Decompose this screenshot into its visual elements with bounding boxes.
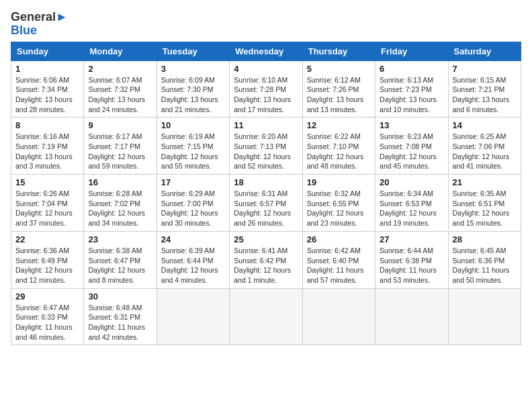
day-number: 23 <box>88 234 152 244</box>
day-info: Sunrise: 6:07 AM Sunset: 7:32 PM Dayligh… <box>88 75 152 115</box>
calendar-cell: 20Sunrise: 6:34 AM Sunset: 6:53 PM Dayli… <box>375 175 448 232</box>
day-number: 8 <box>15 120 79 130</box>
day-info: Sunrise: 6:48 AM Sunset: 6:31 PM Dayligh… <box>88 303 152 342</box>
day-info: Sunrise: 6:35 AM Sunset: 6:51 PM Dayligh… <box>453 189 517 228</box>
day-info: Sunrise: 6:45 AM Sunset: 6:36 PM Dayligh… <box>453 246 517 285</box>
day-number: 20 <box>380 177 443 187</box>
day-number: 18 <box>234 177 298 187</box>
day-number: 27 <box>380 234 443 244</box>
calendar-cell: 9Sunrise: 6:17 AM Sunset: 7:17 PM Daylig… <box>84 118 157 175</box>
header-day-monday: Monday <box>84 42 157 60</box>
day-info: Sunrise: 6:34 AM Sunset: 6:53 PM Dayligh… <box>380 189 443 228</box>
calendar-cell: 6Sunrise: 6:13 AM Sunset: 7:23 PM Daylig… <box>375 60 448 118</box>
calendar-cell: 12Sunrise: 6:22 AM Sunset: 7:10 PM Dayli… <box>302 118 375 175</box>
calendar-cell: 3Sunrise: 6:09 AM Sunset: 7:30 PM Daylig… <box>157 60 229 118</box>
calendar-cell: 23Sunrise: 6:38 AM Sunset: 6:47 PM Dayli… <box>84 231 157 288</box>
calendar-cell: 22Sunrise: 6:36 AM Sunset: 6:49 PM Dayli… <box>11 231 84 288</box>
week-row-4: 22Sunrise: 6:36 AM Sunset: 6:49 PM Dayli… <box>11 231 521 288</box>
logo-line2: Blue <box>11 24 68 38</box>
day-info: Sunrise: 6:06 AM Sunset: 7:34 PM Dayligh… <box>15 75 79 115</box>
calendar-cell: 27Sunrise: 6:44 AM Sunset: 6:38 PM Dayli… <box>375 231 448 288</box>
day-number: 11 <box>234 120 298 130</box>
day-number: 13 <box>380 120 443 130</box>
day-number: 2 <box>88 64 152 74</box>
header-day-saturday: Saturday <box>448 42 521 60</box>
calendar-cell: 28Sunrise: 6:45 AM Sunset: 6:36 PM Dayli… <box>448 231 521 288</box>
calendar-cell: 1Sunrise: 6:06 AM Sunset: 7:34 PM Daylig… <box>11 60 84 118</box>
day-info: Sunrise: 6:28 AM Sunset: 7:02 PM Dayligh… <box>88 189 152 228</box>
day-info: Sunrise: 6:26 AM Sunset: 7:04 PM Dayligh… <box>15 189 79 228</box>
calendar-cell: 24Sunrise: 6:39 AM Sunset: 6:44 PM Dayli… <box>157 231 229 288</box>
day-info: Sunrise: 6:31 AM Sunset: 6:57 PM Dayligh… <box>234 189 298 228</box>
day-number: 14 <box>453 120 517 130</box>
calendar-cell: 21Sunrise: 6:35 AM Sunset: 6:51 PM Dayli… <box>448 175 521 232</box>
day-info: Sunrise: 6:23 AM Sunset: 7:08 PM Dayligh… <box>380 132 443 171</box>
day-info: Sunrise: 6:32 AM Sunset: 6:55 PM Dayligh… <box>307 189 371 228</box>
calendar-cell <box>157 288 229 345</box>
day-number: 12 <box>307 120 371 130</box>
day-number: 4 <box>234 64 298 74</box>
day-number: 10 <box>161 120 225 130</box>
header-row: SundayMondayTuesdayWednesdayThursdayFrid… <box>11 42 521 60</box>
calendar-cell: 10Sunrise: 6:19 AM Sunset: 7:15 PM Dayli… <box>157 118 229 175</box>
header-day-thursday: Thursday <box>302 42 375 60</box>
header: General► Blue <box>11 11 521 38</box>
day-number: 7 <box>453 64 517 74</box>
day-number: 9 <box>88 120 152 130</box>
day-info: Sunrise: 6:25 AM Sunset: 7:06 PM Dayligh… <box>453 132 517 171</box>
day-info: Sunrise: 6:09 AM Sunset: 7:30 PM Dayligh… <box>161 75 225 115</box>
week-row-3: 15Sunrise: 6:26 AM Sunset: 7:04 PM Dayli… <box>11 175 521 232</box>
day-info: Sunrise: 6:29 AM Sunset: 7:00 PM Dayligh… <box>161 189 225 228</box>
calendar-cell <box>230 288 302 345</box>
calendar-cell: 7Sunrise: 6:15 AM Sunset: 7:21 PM Daylig… <box>448 60 521 118</box>
calendar-cell: 17Sunrise: 6:29 AM Sunset: 7:00 PM Dayli… <box>157 175 229 232</box>
calendar-cell: 16Sunrise: 6:28 AM Sunset: 7:02 PM Dayli… <box>84 175 157 232</box>
header-day-tuesday: Tuesday <box>157 42 229 60</box>
day-number: 28 <box>453 234 517 244</box>
day-info: Sunrise: 6:19 AM Sunset: 7:15 PM Dayligh… <box>161 132 225 171</box>
day-info: Sunrise: 6:12 AM Sunset: 7:26 PM Dayligh… <box>307 75 371 115</box>
calendar-cell: 25Sunrise: 6:41 AM Sunset: 6:42 PM Dayli… <box>230 231 302 288</box>
day-info: Sunrise: 6:22 AM Sunset: 7:10 PM Dayligh… <box>307 132 371 171</box>
calendar-cell: 2Sunrise: 6:07 AM Sunset: 7:32 PM Daylig… <box>84 60 157 118</box>
day-number: 30 <box>88 291 152 302</box>
day-number: 5 <box>307 64 371 74</box>
day-info: Sunrise: 6:36 AM Sunset: 6:49 PM Dayligh… <box>15 246 79 285</box>
day-info: Sunrise: 6:13 AM Sunset: 7:23 PM Dayligh… <box>380 75 443 115</box>
day-number: 6 <box>380 64 443 74</box>
day-info: Sunrise: 6:47 AM Sunset: 6:33 PM Dayligh… <box>15 303 79 342</box>
day-number: 1 <box>15 64 79 74</box>
day-number: 29 <box>15 291 79 302</box>
calendar-cell: 30Sunrise: 6:48 AM Sunset: 6:31 PM Dayli… <box>84 288 157 345</box>
day-info: Sunrise: 6:10 AM Sunset: 7:28 PM Dayligh… <box>234 75 298 115</box>
day-number: 15 <box>15 177 79 187</box>
calendar-cell <box>448 288 521 345</box>
calendar-cell: 19Sunrise: 6:32 AM Sunset: 6:55 PM Dayli… <box>302 175 375 232</box>
day-info: Sunrise: 6:42 AM Sunset: 6:40 PM Dayligh… <box>307 246 371 285</box>
calendar-cell: 13Sunrise: 6:23 AM Sunset: 7:08 PM Dayli… <box>375 118 448 175</box>
calendar-cell: 11Sunrise: 6:20 AM Sunset: 7:13 PM Dayli… <box>230 118 302 175</box>
logo-line1: General► <box>11 11 68 24</box>
calendar-cell <box>302 288 375 345</box>
calendar-cell <box>375 288 448 345</box>
day-info: Sunrise: 6:15 AM Sunset: 7:21 PM Dayligh… <box>453 75 517 115</box>
day-number: 19 <box>307 177 371 187</box>
day-number: 21 <box>453 177 517 187</box>
day-info: Sunrise: 6:41 AM Sunset: 6:42 PM Dayligh… <box>234 246 298 285</box>
day-number: 17 <box>161 177 225 187</box>
day-number: 22 <box>15 234 79 244</box>
calendar-cell: 5Sunrise: 6:12 AM Sunset: 7:26 PM Daylig… <box>302 60 375 118</box>
day-number: 3 <box>161 64 225 74</box>
calendar-table: SundayMondayTuesdayWednesdayThursdayFrid… <box>11 42 521 346</box>
week-row-5: 29Sunrise: 6:47 AM Sunset: 6:33 PM Dayli… <box>11 288 521 345</box>
week-row-2: 8Sunrise: 6:16 AM Sunset: 7:19 PM Daylig… <box>11 118 521 175</box>
day-info: Sunrise: 6:17 AM Sunset: 7:17 PM Dayligh… <box>88 132 152 171</box>
calendar-cell: 29Sunrise: 6:47 AM Sunset: 6:33 PM Dayli… <box>11 288 84 345</box>
calendar-cell: 15Sunrise: 6:26 AM Sunset: 7:04 PM Dayli… <box>11 175 84 232</box>
day-info: Sunrise: 6:20 AM Sunset: 7:13 PM Dayligh… <box>234 132 298 171</box>
day-info: Sunrise: 6:44 AM Sunset: 6:38 PM Dayligh… <box>380 246 443 285</box>
day-info: Sunrise: 6:39 AM Sunset: 6:44 PM Dayligh… <box>161 246 225 285</box>
calendar-cell: 18Sunrise: 6:31 AM Sunset: 6:57 PM Dayli… <box>230 175 302 232</box>
calendar-cell: 4Sunrise: 6:10 AM Sunset: 7:28 PM Daylig… <box>230 60 302 118</box>
header-day-wednesday: Wednesday <box>230 42 302 60</box>
